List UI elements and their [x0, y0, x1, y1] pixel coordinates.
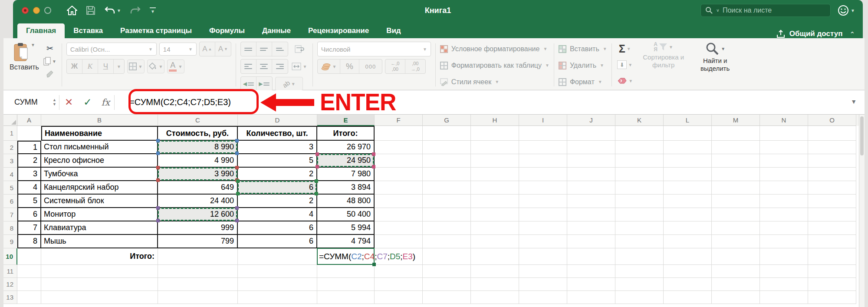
- column-header-F[interactable]: F: [375, 115, 423, 126]
- cell-K5[interactable]: [615, 181, 664, 195]
- copy-button[interactable]: ▼: [43, 56, 57, 67]
- format-painter-button[interactable]: [43, 69, 57, 80]
- cell-N4[interactable]: [760, 168, 808, 181]
- cell-A5[interactable]: 4: [17, 181, 41, 195]
- wrap-text-button[interactable]: [291, 42, 308, 56]
- cell-G10[interactable]: [423, 248, 471, 265]
- cell-E10[interactable]: =СУММ(C2;C4;C7;D5;E3): [317, 248, 375, 265]
- cell-E12[interactable]: [317, 278, 375, 291]
- decrease-indent-button[interactable]: ◀: [241, 77, 256, 91]
- row-header-1[interactable]: 1: [3, 126, 17, 141]
- cell-O2[interactable]: [808, 141, 856, 154]
- borders-button[interactable]: ▼: [127, 59, 145, 73]
- cell-C13[interactable]: [158, 291, 238, 304]
- cell-N2[interactable]: [760, 141, 808, 154]
- home-button[interactable]: [67, 6, 77, 15]
- cell-L9[interactable]: [664, 235, 712, 248]
- cell-G11[interactable]: [423, 265, 471, 278]
- cell-J4[interactable]: [567, 168, 615, 181]
- cell-G6[interactable]: [423, 195, 471, 208]
- cell-C12[interactable]: [158, 278, 238, 291]
- number-format-select[interactable]: Числовой ▼: [317, 42, 431, 56]
- currency-button[interactable]: ▼: [318, 59, 340, 73]
- collapse-ribbon-button[interactable]: ⌃: [849, 30, 855, 38]
- cell-B11[interactable]: [41, 265, 158, 278]
- column-header-O[interactable]: O: [808, 115, 856, 126]
- row-header-6[interactable]: 6: [3, 195, 17, 208]
- cell-K4[interactable]: [615, 168, 664, 181]
- cell-J7[interactable]: [567, 208, 615, 221]
- find-select-button[interactable]: ▼ Найти и выделить: [694, 42, 737, 88]
- align-right-button[interactable]: [272, 59, 288, 73]
- column-header-M[interactable]: M: [712, 115, 760, 126]
- row-header-8[interactable]: 8: [3, 221, 17, 235]
- increase-decimal-button[interactable]: ←,0,00: [385, 59, 405, 73]
- cell-styles-button[interactable]: Стили ячеек ▼: [440, 76, 549, 88]
- tab-recenzirovanie[interactable]: Рецензирование: [299, 23, 378, 38]
- cell-G3[interactable]: [423, 154, 471, 168]
- cell-J9[interactable]: [567, 235, 615, 248]
- column-header-J[interactable]: J: [567, 115, 615, 126]
- cell-M12[interactable]: [712, 278, 760, 291]
- cell-F4[interactable]: [375, 168, 423, 181]
- cell-D7[interactable]: 4: [238, 208, 317, 221]
- cell-D6[interactable]: 2: [238, 195, 317, 208]
- cell-A1[interactable]: [17, 126, 41, 141]
- cell-I3[interactable]: [519, 154, 567, 168]
- cell-F9[interactable]: [375, 235, 423, 248]
- conditional-formatting-button[interactable]: Условное форматирование ▼: [440, 43, 549, 55]
- search-input[interactable]: [723, 7, 826, 14]
- cell-M8[interactable]: [712, 221, 760, 235]
- cell-F7[interactable]: [375, 208, 423, 221]
- row-header-2[interactable]: 2: [3, 141, 17, 154]
- cell-L7[interactable]: [664, 208, 712, 221]
- redo-button[interactable]: [130, 6, 141, 15]
- cell-M11[interactable]: [712, 265, 760, 278]
- cell-L3[interactable]: [664, 154, 712, 168]
- cell-G7[interactable]: [423, 208, 471, 221]
- cell-J10[interactable]: [567, 248, 615, 265]
- cell-H8[interactable]: [471, 221, 519, 235]
- cell-K10[interactable]: [615, 248, 664, 265]
- cell-F3[interactable]: [375, 154, 423, 168]
- cell-H3[interactable]: [471, 154, 519, 168]
- cell-E1[interactable]: Итого:: [317, 126, 375, 141]
- cell-D9[interactable]: 6: [238, 235, 317, 248]
- cell-G2[interactable]: [423, 141, 471, 154]
- cell-D10[interactable]: [238, 248, 317, 265]
- percent-button[interactable]: %: [340, 59, 359, 73]
- cell-M6[interactable]: [712, 195, 760, 208]
- font-size-select[interactable]: 14▼: [159, 43, 197, 56]
- customize-toolbar-button[interactable]: ▼: [150, 7, 156, 14]
- expand-formula-bar-icon[interactable]: ▼: [851, 98, 857, 105]
- cell-F12[interactable]: [375, 278, 423, 291]
- cell-E4[interactable]: 7 980: [317, 168, 375, 181]
- tab-razmetka[interactable]: Разметка страницы: [112, 23, 201, 38]
- vertical-scrollbar[interactable]: [859, 115, 865, 307]
- cell-A2[interactable]: 1: [17, 141, 41, 154]
- cell-C4[interactable]: 3 990: [158, 168, 238, 181]
- cell-E8[interactable]: 5 994: [317, 221, 375, 235]
- cell-K12[interactable]: [615, 278, 664, 291]
- cell-B10[interactable]: Итого:: [41, 248, 158, 265]
- cell-I11[interactable]: [519, 265, 567, 278]
- cell-L8[interactable]: [664, 221, 712, 235]
- cell-C10[interactable]: [158, 248, 238, 265]
- column-header-G[interactable]: G: [423, 115, 471, 126]
- underline-button[interactable]: Ч: [98, 59, 114, 73]
- column-header-D[interactable]: D: [238, 115, 317, 126]
- thousands-button[interactable]: 000: [359, 59, 382, 73]
- increase-indent-button[interactable]: ▶: [256, 77, 272, 91]
- cell-C5[interactable]: 649: [158, 181, 238, 195]
- formula-input[interactable]: =СУММ(C2;C4;C7;D5;E3): [129, 97, 231, 107]
- cell-J1[interactable]: [567, 126, 615, 141]
- cell-N10[interactable]: [760, 248, 808, 265]
- row-header-7[interactable]: 7: [3, 208, 17, 221]
- cell-E9[interactable]: 4 794: [317, 235, 375, 248]
- cell-L1[interactable]: [664, 126, 712, 141]
- cell-H5[interactable]: [471, 181, 519, 195]
- merge-center-button[interactable]: ▼: [291, 59, 308, 73]
- cell-A11[interactable]: [17, 265, 41, 278]
- cell-N8[interactable]: [760, 221, 808, 235]
- cell-B5[interactable]: Канцелярский набор: [41, 181, 158, 195]
